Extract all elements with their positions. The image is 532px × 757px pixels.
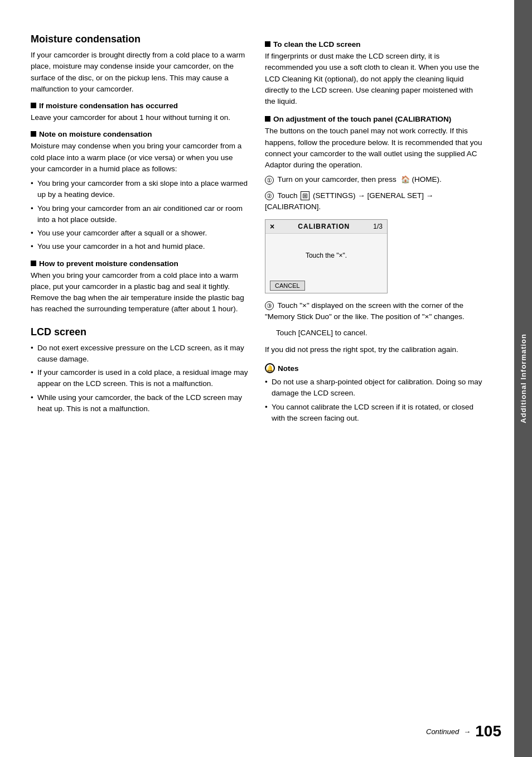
square-icon-2 (31, 131, 36, 137)
calibration-box-title: CALIBRATION (298, 223, 350, 230)
lcd-title: LCD screen (31, 326, 248, 338)
continued-text: Continued (426, 727, 459, 736)
calibration-body: Touch the "×". (265, 234, 387, 278)
arrow-icon: → (463, 727, 471, 736)
left-column: Moisture condensation If your camcorder … (31, 33, 248, 427)
note-moisture-text: Moisture may condense when you bring you… (31, 141, 248, 175)
calibration-intro: The buttons on the touch panel may not w… (265, 126, 482, 171)
if-occurred-heading: If moisture condensation has occurred (31, 102, 248, 110)
list-item: You bring your camcorder from a ski slop… (31, 178, 248, 201)
square-icon-4 (265, 41, 270, 47)
right-column: To clean the LCD screen If fingerprints … (265, 33, 482, 427)
sidebar-label: Additional Information (519, 334, 528, 423)
if-occurred-text: Leave your camcorder for about 1 hour wi… (31, 112, 248, 123)
list-item: Do not use a sharp-pointed object for ca… (265, 377, 482, 399)
note-moisture-heading: Note on moisture condensation (31, 130, 248, 138)
list-item: While using your camcorder, the back of … (31, 392, 248, 415)
calibration-footer: CANCEL (265, 278, 387, 293)
main-content: Moisture condensation If your camcorder … (0, 0, 514, 757)
step-1-text-1: Turn on your camcorder, then press (278, 175, 396, 184)
step-1: ① Turn on your camcorder, then press 🏠 (… (265, 174, 482, 185)
right-sidebar: Additional Information (514, 0, 532, 757)
notes-icon: 🔔 (265, 363, 275, 373)
two-column-layout: Moisture condensation If your camcorder … (31, 33, 492, 427)
square-icon-5 (265, 116, 270, 122)
close-x-icon: × (270, 222, 274, 231)
prevent-moisture-heading: How to prevent moisture condensation (31, 259, 248, 268)
notes-list: Do not use a sharp-pointed object for ca… (265, 377, 482, 424)
step-3: ③ Touch "×" displayed on the screen with… (265, 300, 482, 323)
cancel-button[interactable]: CANCEL (270, 281, 305, 291)
note-bullets-list: You bring your camcorder from a ski slop… (31, 178, 248, 253)
step-num-1: ① (265, 176, 274, 185)
step-num-3: ③ (265, 301, 274, 310)
moisture-condensation-title: Moisture condensation (31, 33, 248, 45)
notes-section: 🔔 Notes Do not use a sharp-pointed objec… (265, 363, 482, 424)
calibration-header: × CALIBRATION 1/3 (265, 220, 387, 234)
square-icon (31, 103, 36, 108)
step-num-2: ② (265, 191, 274, 200)
calibration-touch-text: Touch the "×". (271, 250, 381, 261)
notes-heading: 🔔 Notes (265, 363, 482, 373)
list-item: If your camcorder is used in a cold plac… (31, 367, 248, 390)
step-3-note: Touch [CANCEL] to cancel. (265, 327, 482, 339)
step-3-text: Touch "×" displayed on the screen with t… (265, 301, 465, 321)
square-icon-3 (31, 261, 36, 266)
page-footer: Continued → 105 (426, 722, 501, 740)
prevent-text: When you bring your camcorder from a col… (31, 270, 248, 315)
page: Moisture condensation If your camcorder … (0, 0, 532, 757)
calibration-heading: On adjustment of the touch panel (CALIBR… (265, 115, 482, 123)
lcd-bullets-list: Do not exert excessive pressure on the L… (31, 343, 248, 415)
lcd-section: LCD screen Do not exert excessive pressu… (31, 326, 248, 415)
page-number: 105 (475, 722, 501, 740)
list-item: You use your camcorder in a hot and humi… (31, 241, 248, 252)
list-item: You cannot calibrate the LCD screen if i… (265, 402, 482, 425)
settings-icon: ⊞ (301, 191, 309, 200)
step-1-text-2: (HOME). (412, 175, 441, 184)
list-item: You use your camcorder after a squall or… (31, 228, 248, 239)
if-not-press-text: If you did not press the right spot, try… (265, 344, 482, 355)
clean-lcd-text: If fingerprints or dust make the LCD scr… (265, 51, 482, 107)
moisture-intro: If your camcorder is brought directly fr… (31, 50, 248, 95)
home-icon: 🏠 (401, 174, 410, 185)
calibration-box: × CALIBRATION 1/3 Touch the "×". CANCEL (265, 219, 388, 293)
calibration-page-indicator: 1/3 (373, 223, 383, 230)
step-2-text-1: Touch (278, 191, 298, 200)
clean-lcd-heading: To clean the LCD screen (265, 40, 482, 49)
list-item: Do not exert excessive pressure on the L… (31, 343, 248, 365)
step-2: ② Touch ⊞ (SETTINGS) → [GENERAL SET] → [… (265, 190, 482, 213)
list-item: You bring your camcorder from an air con… (31, 203, 248, 226)
